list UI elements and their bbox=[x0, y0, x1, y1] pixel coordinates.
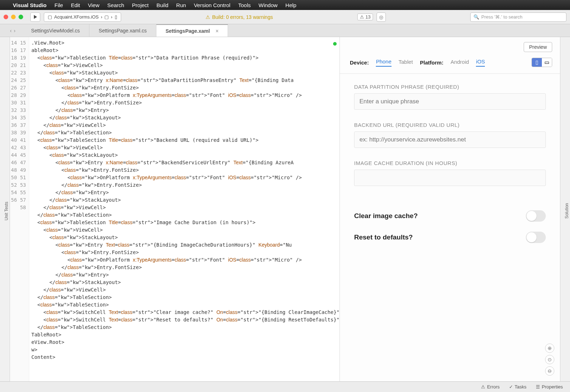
build-status-text: Build: 0 errors, 13 warnings bbox=[212, 14, 273, 20]
close-window-icon[interactable] bbox=[4, 15, 8, 19]
tab-settings-page-cs[interactable]: SettingsPage.xaml.cs bbox=[89, 24, 156, 37]
warning-icon: ⚠ bbox=[481, 384, 485, 390]
platform-option-ios[interactable]: iOS bbox=[476, 58, 485, 67]
document-tabs: ‹ › SettingsViewModel.cs SettingsPage.xa… bbox=[0, 24, 570, 37]
menu-run[interactable]: Run bbox=[176, 2, 186, 8]
minimize-window-icon[interactable] bbox=[11, 15, 16, 19]
tab-label: SettingsPage.xaml bbox=[166, 28, 210, 34]
toolbar: ▢ Acquaint.XForms.iOS › ▢ › ▯ ⚠ Build: 0… bbox=[0, 10, 570, 24]
global-search-input[interactable]: 🔍 Press '⌘.' to search bbox=[470, 12, 566, 22]
field-data-partition: DATA PARTITION PHRASE (REQUIRED) bbox=[354, 84, 546, 110]
rail-solution[interactable]: Solution bbox=[564, 201, 570, 221]
status-errors[interactable]: ⚠Errors bbox=[481, 384, 499, 390]
menu-tools[interactable]: Tools bbox=[238, 2, 251, 8]
menu-view[interactable]: View bbox=[88, 2, 99, 8]
nav-forward-icon[interactable]: › bbox=[14, 28, 16, 33]
field-label: DATA PARTITION PHRASE (REQUIRED) bbox=[354, 84, 546, 90]
build-status: ⚠ Build: 0 errors, 13 warnings bbox=[206, 14, 273, 20]
switch-clear-cache: Clear image cache? bbox=[354, 205, 546, 227]
tab-settings-page-xaml[interactable]: SettingsPage.xaml × bbox=[156, 24, 228, 37]
menu-build[interactable]: Build bbox=[156, 2, 168, 8]
search-icon: 🔍 bbox=[473, 14, 479, 20]
code-content[interactable]: .View.Root> ableRoot> <class="kw">TableS… bbox=[29, 37, 340, 381]
maximize-window-icon[interactable] bbox=[19, 15, 23, 19]
tab-settings-viewmodel[interactable]: SettingsViewModel.cs bbox=[22, 24, 89, 37]
device-square-icon: ▢ bbox=[104, 14, 109, 20]
build-target-selector[interactable]: ▢ Acquaint.XForms.iOS › ▢ › ▯ bbox=[44, 12, 121, 22]
clear-cache-toggle[interactable] bbox=[526, 210, 546, 222]
field-backend-url: BACKEND URL (REQUIRED VALID URL) bbox=[354, 122, 546, 148]
menu-edit[interactable]: Edit bbox=[71, 2, 80, 8]
field-cache-duration: IMAGE CACHE DURATION (IN HOURS) bbox=[354, 160, 546, 186]
zoom-reset-icon[interactable]: ⊙ bbox=[545, 355, 554, 364]
right-tool-rail: Solution bbox=[560, 37, 570, 381]
zoom-in-icon[interactable]: ⊕ bbox=[545, 344, 554, 353]
chevron-right-icon: › bbox=[101, 14, 102, 20]
window-controls bbox=[4, 15, 23, 19]
code-editor[interactable]: 14 15 16 17 18 19 20 21 22 23 24 25 26 2… bbox=[10, 37, 340, 381]
backend-url-input[interactable] bbox=[354, 131, 546, 148]
switch-label: Clear image cache? bbox=[354, 212, 418, 220]
preview-toolbar: Device: Phone Tablet Platform: Android i… bbox=[340, 52, 560, 74]
switch-reset-defaults: Reset to defaults? bbox=[354, 227, 546, 248]
app-name[interactable]: Visual Studio bbox=[13, 2, 47, 8]
portrait-icon[interactable]: ▯ bbox=[532, 58, 542, 67]
field-label: IMAGE CACHE DURATION (IN HOURS) bbox=[354, 160, 546, 166]
device-icon: ▢ bbox=[48, 14, 52, 20]
properties-icon: ☰ bbox=[536, 384, 540, 390]
landscape-icon[interactable]: ▭ bbox=[542, 58, 552, 67]
switch-label: Reset to defaults? bbox=[354, 233, 413, 241]
field-label: BACKEND URL (REQUIRED VALID URL) bbox=[354, 122, 546, 128]
menu-help[interactable]: Help bbox=[285, 2, 296, 8]
check-icon: ✓ bbox=[509, 384, 513, 390]
run-button[interactable] bbox=[30, 12, 40, 22]
zoom-out-icon[interactable]: ⊖ bbox=[545, 366, 554, 376]
warnings-count-badge[interactable]: ⚠ 13 bbox=[357, 14, 373, 20]
preview-form: DATA PARTITION PHRASE (REQUIRED) BACKEND… bbox=[340, 74, 560, 381]
device-option-tablet[interactable]: Tablet bbox=[399, 59, 413, 66]
platform-label: Platform: bbox=[420, 60, 444, 66]
preview-button[interactable]: Preview bbox=[524, 42, 552, 52]
nav-back-icon[interactable]: ‹ bbox=[10, 28, 12, 33]
main-area: Unit Tests Document Outline Toolbox 14 1… bbox=[0, 37, 570, 381]
warning-icon: ⚠ bbox=[360, 14, 364, 20]
status-tasks[interactable]: ✓Tasks bbox=[509, 384, 527, 390]
tab-label: SettingsPage.xaml.cs bbox=[99, 28, 147, 33]
cache-duration-input[interactable] bbox=[354, 170, 546, 186]
device-option-phone[interactable]: Phone bbox=[376, 58, 391, 67]
zoom-controls: ⊕ ⊙ ⊖ bbox=[545, 344, 554, 376]
menu-version-control[interactable]: Version Control bbox=[194, 2, 230, 8]
device-label: Device: bbox=[350, 60, 369, 66]
orientation-toggle[interactable]: ▯ ▭ bbox=[532, 58, 552, 67]
build-target-label: Acquaint.XForms.iOS bbox=[54, 14, 99, 20]
menu-window[interactable]: Window bbox=[259, 2, 278, 8]
warning-count: 13 bbox=[366, 14, 370, 20]
notifications-icon[interactable]: ◎ bbox=[377, 12, 386, 22]
live-status-icon bbox=[333, 42, 337, 46]
reset-defaults-toggle[interactable] bbox=[526, 232, 546, 243]
menu-project[interactable]: Project bbox=[132, 2, 149, 8]
close-tab-icon[interactable]: × bbox=[216, 28, 218, 34]
warning-icon: ⚠ bbox=[206, 14, 210, 20]
data-partition-input[interactable] bbox=[354, 93, 546, 110]
rail-unit-tests[interactable]: Unit Tests bbox=[3, 200, 10, 222]
line-number-gutter: 14 15 16 17 18 19 20 21 22 23 24 25 26 2… bbox=[10, 37, 29, 381]
phone-icon: ▯ bbox=[115, 14, 117, 20]
mac-menubar: Visual Studio File Edit View Search Proj… bbox=[0, 0, 570, 10]
search-placeholder: Press '⌘.' to search bbox=[481, 14, 523, 20]
menu-search[interactable]: Search bbox=[107, 2, 124, 8]
tab-nav: ‹ › bbox=[10, 24, 15, 37]
status-bar: ⚠Errors ✓Tasks ☰Properties bbox=[0, 381, 570, 392]
chevron-right-icon: › bbox=[111, 14, 112, 20]
status-properties[interactable]: ☰Properties bbox=[536, 384, 563, 390]
xaml-preview-panel: Preview Device: Phone Tablet Platform: A… bbox=[340, 37, 560, 381]
tab-label: SettingsViewModel.cs bbox=[31, 28, 80, 33]
left-tool-rail: Unit Tests Document Outline Toolbox bbox=[0, 37, 10, 381]
platform-option-android[interactable]: Android bbox=[451, 59, 469, 66]
menu-file[interactable]: File bbox=[55, 2, 63, 8]
